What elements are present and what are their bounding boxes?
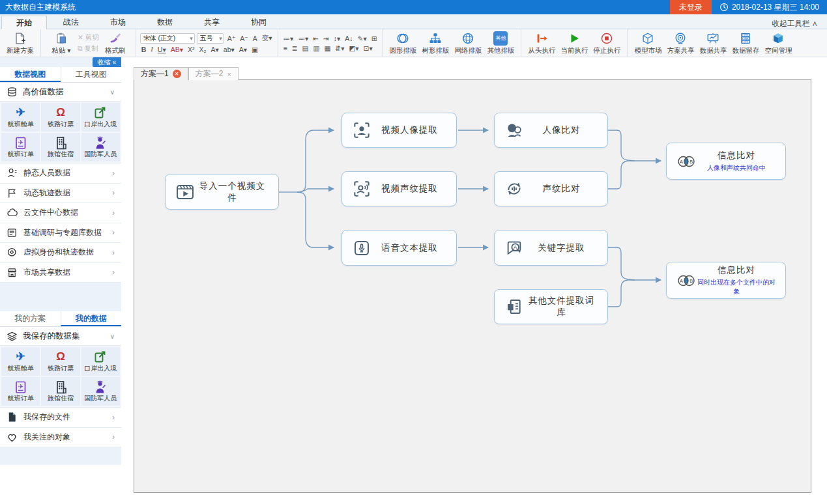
line-spacing-button[interactable]: ↕▾ [332, 35, 342, 42]
category-market-shared[interactable]: 市场共享数据 › [0, 263, 121, 283]
tab-data[interactable]: 数据 [142, 15, 188, 29]
copy-button[interactable]: ⧉ 复制 [78, 44, 99, 53]
format-painter-button[interactable]: 格式刷 [99, 30, 132, 57]
close-tab-icon[interactable]: × [227, 70, 231, 78]
tab-collab[interactable]: 协同 [236, 15, 282, 29]
font-color-button[interactable]: A▾ [238, 46, 248, 53]
dataset-rail-ticket[interactable]: Ω 铁路订票 [41, 347, 80, 376]
indent-button[interactable]: ⇥ [322, 35, 330, 42]
category-cloud-files[interactable]: 云文件中心数据 › [0, 203, 121, 223]
bullets-button[interactable]: ≔▾ [282, 35, 295, 42]
fill-button[interactable]: ◩▾ [347, 44, 360, 52]
tree-layout-button[interactable]: 树形排版 [419, 30, 452, 57]
subscript-button[interactable]: X₂ [197, 46, 207, 53]
section-high-value-data[interactable]: 高价值数据 ∨ [0, 83, 121, 102]
change-case-button[interactable]: 变▾ [261, 34, 274, 43]
align-right-button[interactable]: ▤ [301, 44, 310, 52]
cut-button[interactable]: ✕ 剪切 [78, 33, 99, 42]
table-button[interactable]: ⊞ [370, 35, 379, 42]
font-size-select[interactable]: 五号 [197, 33, 224, 44]
align-center-button[interactable]: ≣ [291, 44, 299, 52]
model-market-button[interactable]: 模型市场 [631, 30, 664, 57]
tab-market[interactable]: 市场 [95, 15, 141, 29]
data-retention-button[interactable]: 数据留存 [729, 30, 762, 57]
superscript-button[interactable]: X² [186, 46, 196, 53]
other-layout-button[interactable]: 其他 其他排版 [484, 30, 517, 57]
borders-button[interactable]: ⊡▾ [362, 44, 374, 52]
dataset-border-entry[interactable]: 口岸出入境 [81, 103, 120, 132]
stop-execution-button[interactable]: 停止执行 [590, 30, 623, 57]
section-saved-datasets[interactable]: 我保存的数据集 ∨ [0, 327, 121, 346]
category-virtual-identity[interactable]: 虚拟身份和轨迹数据 › [0, 243, 121, 263]
shrink-font-button[interactable]: A⁻ [239, 35, 250, 42]
tab-tool-view[interactable]: 工具视图 [61, 67, 122, 82]
tab-start[interactable]: 开始 [1, 16, 47, 29]
tab-my-data[interactable]: 我的数据 [61, 311, 122, 326]
close-tab-icon[interactable]: ✕ [173, 70, 181, 78]
flow-node-import-video[interactable]: 导入一个视频文件 [165, 174, 279, 210]
spacing-button[interactable]: ⇵▾ [334, 44, 345, 52]
paste-button[interactable]: 粘贴 ▾ [45, 30, 78, 57]
dataset-border-entry[interactable]: 口岸出入境 [81, 347, 120, 376]
dataset-rail-ticket[interactable]: Ω 铁路订票 [41, 103, 80, 132]
text-effects-button[interactable]: A▾ [210, 46, 220, 53]
flow-canvas[interactable]: 导入一个视频文件 视频人像提取 视频声纹提取 [134, 79, 811, 493]
data-share-button[interactable]: 数据共享 [697, 30, 729, 57]
underline-button[interactable]: U▾ [156, 46, 167, 53]
dataset-hotel-stay[interactable]: 旅馆住宿 [41, 133, 80, 161]
font-family-select[interactable]: 宋体 (正文) [140, 33, 195, 44]
run-from-start-button[interactable]: 从头执行 [525, 30, 558, 57]
dataset-flight-manifest[interactable]: ✈ 航班舱单 [1, 347, 40, 376]
outdent-button[interactable]: ⇤ [312, 35, 320, 42]
space-management-button[interactable]: 空间管理 [762, 30, 794, 57]
flow-node-video-face-extract[interactable]: 视频人像提取 [341, 113, 457, 148]
distribute-button[interactable]: ▦ [323, 44, 332, 52]
run-current-button[interactable]: 当前执行 [558, 30, 590, 57]
flow-node-info-compare-1[interactable]: A B 信息比对 人像和声纹共同命中 [666, 143, 786, 180]
numbering-button[interactable]: ≕▾ [297, 35, 310, 42]
format-painter-label: 格式刷 [105, 46, 126, 55]
tab-data-view[interactable]: 数据视图 [0, 67, 61, 82]
plan-share-button[interactable]: 方案共享 [664, 30, 697, 57]
new-plan-button[interactable]: 新建方案 [4, 30, 36, 57]
dataset-flight-manifest[interactable]: ✈ 航班舱单 [1, 103, 40, 132]
grow-font-button[interactable]: A⁺ [226, 35, 237, 42]
flow-node-speech-text-extract[interactable]: 语音文本提取 [341, 230, 457, 266]
category-dynamic-track[interactable]: 动态轨迹数据 › [0, 184, 121, 204]
align-left-button[interactable]: ≡ [282, 44, 289, 52]
highlight-button[interactable]: ab▾ [222, 46, 236, 53]
dataset-military-personnel[interactable]: 国防军人员 [81, 377, 120, 406]
bold-button[interactable]: B [140, 46, 148, 53]
category-static-person[interactable]: 静态人员数据 › [0, 163, 121, 184]
collapse-toolbar-button[interactable]: 收起工具栏 ∧ [772, 19, 827, 29]
plan-tab-2[interactable]: 方案—2 × [188, 67, 239, 80]
login-status-badge[interactable]: 未登录 [670, 0, 712, 14]
category-research-library[interactable]: 基础调研与专题库数据 › [0, 223, 121, 244]
strikethrough-button[interactable]: AB▾ [169, 46, 184, 53]
sidebar-collapse-button[interactable]: 收缩 « [93, 57, 121, 67]
italic-button[interactable]: I [149, 46, 154, 53]
dataset-military-personnel[interactable]: 国防军人员 [81, 133, 120, 161]
flow-node-voiceprint-compare[interactable]: 声纹比对 [494, 171, 608, 206]
tab-tactics[interactable]: 战法 [48, 15, 94, 29]
item-my-saved-files[interactable]: 我保存的文件 › [0, 408, 121, 428]
show-marks-button[interactable]: ✎▾ [356, 35, 368, 42]
flow-node-face-compare[interactable]: 人像比对 [494, 113, 608, 148]
justify-button[interactable]: ▥ [312, 44, 321, 52]
flow-node-other-files-lexicon[interactable]: 其他文件提取词库 [494, 289, 608, 324]
tab-my-plans[interactable]: 我的方案 [0, 311, 61, 326]
tab-share[interactable]: 共享 [189, 15, 235, 29]
item-my-followed-objects[interactable]: 我关注的对象 › [0, 428, 121, 448]
dataset-flight-order[interactable]: ✈ 航班订单 [1, 377, 40, 406]
shading-button[interactable]: ▣ [250, 46, 259, 53]
flow-node-video-voiceprint-extract[interactable]: 视频声纹提取 [341, 171, 457, 206]
flow-node-keyword-extract[interactable]: A 关键字提取 [494, 230, 608, 266]
network-layout-button[interactable]: 网络排版 [452, 30, 484, 57]
plan-tab-1[interactable]: 方案—1 ✕ [134, 67, 188, 80]
dataset-flight-order[interactable]: ✈ 航班订单 [1, 133, 40, 161]
circle-layout-button[interactable]: 圆形排版 [386, 30, 419, 57]
sort-button[interactable]: A↓ [343, 35, 354, 42]
dataset-hotel-stay[interactable]: 旅馆住宿 [41, 377, 80, 406]
flow-node-info-compare-2[interactable]: A B 信息比对 同时出现在多个文件中的对象 [666, 262, 786, 299]
clear-format-button[interactable]: A [252, 35, 259, 42]
